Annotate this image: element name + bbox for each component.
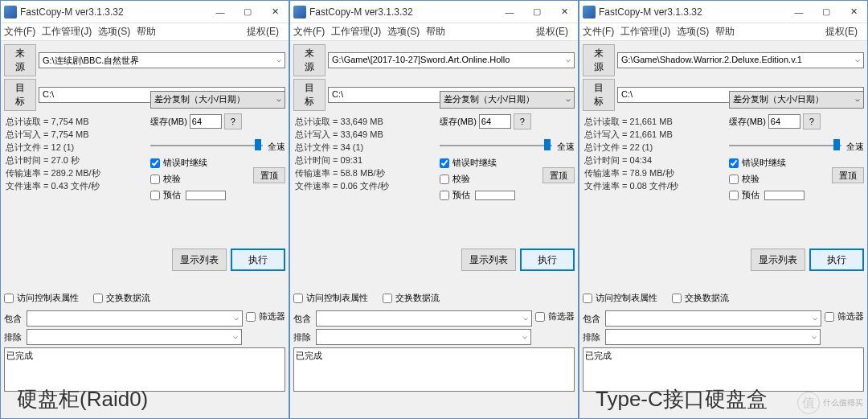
menu-file[interactable]: 文件(F) (4, 25, 35, 39)
top-button[interactable]: 置顶 (253, 167, 285, 183)
exclude-label: 排除 (293, 331, 316, 343)
maximize-button[interactable]: ▢ (523, 1, 551, 23)
include-input[interactable] (316, 310, 532, 327)
include-label: 包含 (583, 313, 605, 325)
minimize-button[interactable]: — (496, 1, 523, 23)
menu-option[interactable]: 选项(S) (98, 25, 130, 39)
titlebar[interactable]: FastCopy-M ver3.1.3.32 — ▢ ✕ (579, 1, 867, 23)
source-input[interactable]: G:\Game\Shadow.Warrior.2.Deluxe.Edition.… (617, 52, 864, 68)
buffer-label: 缓存(MB) (729, 116, 766, 128)
full-speed-label: 全速 (557, 141, 575, 153)
include-input[interactable] (605, 310, 821, 327)
mode-select[interactable]: 差分复制（大小/日期） (729, 91, 864, 109)
exclude-label: 排除 (4, 331, 27, 343)
window-title: FastCopy-M ver3.1.3.32 (599, 6, 785, 18)
minimize-button[interactable]: — (207, 1, 234, 23)
full-speed-label: 全速 (268, 141, 285, 153)
help-button[interactable]: ? (224, 113, 242, 129)
swap-checkbox[interactable]: 交换数据流 (383, 292, 440, 304)
app-icon (293, 6, 306, 18)
buffer-label: 缓存(MB) (150, 116, 187, 128)
estimate-checkbox[interactable]: 预估 (150, 189, 285, 201)
close-button[interactable]: ✕ (261, 1, 289, 23)
minimize-button[interactable]: — (785, 1, 813, 23)
buffer-input[interactable] (768, 114, 800, 129)
speed-slider[interactable]: 全速 (729, 134, 864, 154)
estimate-checkbox[interactable]: 预估 (440, 189, 575, 201)
source-button[interactable]: 来源 (583, 44, 615, 76)
titlebar[interactable]: FastCopy-M ver3.1.3.32 — ▢ ✕ (290, 1, 578, 23)
menu-help[interactable]: 帮助 (137, 25, 156, 39)
menubar: 文件(F) 工作管理(J) 选项(S) 帮助 提权(E) (290, 23, 578, 41)
acl-checkbox[interactable]: 访问控制表属性 (293, 292, 368, 304)
app-icon (583, 6, 596, 18)
dest-button[interactable]: 目标 (583, 79, 615, 111)
help-button[interactable]: ? (514, 113, 531, 129)
annotation-text: Type-C接口硬盘盒 (596, 385, 768, 413)
speed-slider[interactable]: 全速 (440, 134, 575, 154)
app-window-1: FastCopy-M ver3.1.3.32 — ▢ ✕ 文件(F) 工作管理(… (289, 0, 579, 419)
menu-file[interactable]: 文件(F) (293, 25, 325, 39)
close-button[interactable]: ✕ (840, 1, 867, 23)
status-box: 已完成 (293, 347, 575, 392)
execute-button[interactable]: 执行 (520, 249, 575, 271)
buffer-input[interactable] (479, 114, 511, 129)
menu-option[interactable]: 选项(S) (387, 25, 420, 39)
full-speed-label: 全速 (846, 141, 864, 153)
include-input[interactable] (27, 310, 243, 327)
swap-checkbox[interactable]: 交换数据流 (93, 292, 150, 304)
exclude-label: 排除 (583, 331, 605, 343)
stats-panel: 总计读取 = 21,661 MB 总计写入 = 21,661 MB 总计文件 =… (583, 113, 719, 194)
source-input[interactable]: G:\连续剧\BBC.自然世界 (39, 52, 285, 68)
source-button[interactable]: 来源 (4, 44, 36, 76)
estimate-checkbox[interactable]: 预估 (729, 189, 864, 201)
show-list-button[interactable]: 显示列表 (461, 249, 516, 271)
dest-button[interactable]: 目标 (4, 79, 36, 111)
mode-select[interactable]: 差分复制（大小/日期） (150, 91, 285, 109)
menu-option[interactable]: 选项(S) (677, 25, 709, 39)
acl-checkbox[interactable]: 访问控制表属性 (583, 292, 657, 304)
acl-checkbox[interactable]: 访问控制表属性 (4, 292, 79, 304)
titlebar[interactable]: FastCopy-M ver3.1.3.32 — ▢ ✕ (1, 1, 289, 23)
app-window-2: FastCopy-M ver3.1.3.32 — ▢ ✕ 文件(F) 工作管理(… (579, 0, 868, 419)
menubar: 文件(F) 工作管理(J) 选项(S) 帮助 提权(E) (1, 23, 289, 41)
show-list-button[interactable]: 显示列表 (172, 249, 227, 271)
top-button[interactable]: 置顶 (832, 167, 864, 183)
swap-checkbox[interactable]: 交换数据流 (672, 292, 729, 304)
menu-file[interactable]: 文件(F) (583, 25, 614, 39)
menu-job[interactable]: 工作管理(J) (331, 25, 381, 39)
menu-auth[interactable]: 提权(E) (247, 25, 279, 39)
menu-job[interactable]: 工作管理(J) (42, 25, 92, 39)
exclude-input[interactable] (605, 329, 821, 345)
execute-button[interactable]: 执行 (231, 249, 285, 271)
menu-job[interactable]: 工作管理(J) (620, 25, 670, 39)
include-label: 包含 (4, 313, 27, 325)
buffer-label: 缓存(MB) (440, 116, 477, 128)
watermark: 值什么值得买 (797, 392, 863, 414)
source-button[interactable]: 来源 (293, 44, 326, 76)
menu-help[interactable]: 帮助 (426, 25, 445, 39)
exclude-input[interactable] (316, 329, 531, 345)
show-list-button[interactable]: 显示列表 (751, 249, 805, 271)
menu-auth[interactable]: 提权(E) (536, 25, 568, 39)
maximize-button[interactable]: ▢ (234, 1, 261, 23)
speed-slider[interactable]: 全速 (150, 134, 285, 154)
exclude-input[interactable] (27, 329, 242, 345)
filter-checkbox[interactable]: 筛选器 (825, 310, 864, 322)
app-window-0: FastCopy-M ver3.1.3.32 — ▢ ✕ 文件(F) 工作管理(… (0, 0, 289, 419)
buffer-input[interactable] (190, 114, 222, 129)
filter-checkbox[interactable]: 筛选器 (535, 310, 575, 322)
source-input[interactable]: G:\Game\[2017-10-27]Sword.Art.Online.Hol… (328, 52, 575, 68)
mode-select[interactable]: 差分复制（大小/日期） (440, 91, 575, 109)
top-button[interactable]: 置顶 (542, 167, 575, 183)
execute-button[interactable]: 执行 (809, 249, 864, 271)
dest-button[interactable]: 目标 (293, 79, 326, 111)
menu-auth[interactable]: 提权(E) (825, 25, 858, 39)
window-title: FastCopy-M ver3.1.3.32 (20, 6, 207, 18)
filter-checkbox[interactable]: 筛选器 (246, 310, 285, 322)
close-button[interactable]: ✕ (551, 1, 578, 23)
help-button[interactable]: ? (803, 113, 821, 129)
menu-help[interactable]: 帮助 (715, 25, 735, 39)
stats-panel: 总计读取 = 33,649 MB 总计写入 = 33,649 MB 总计文件 =… (293, 113, 430, 194)
maximize-button[interactable]: ▢ (813, 1, 840, 23)
